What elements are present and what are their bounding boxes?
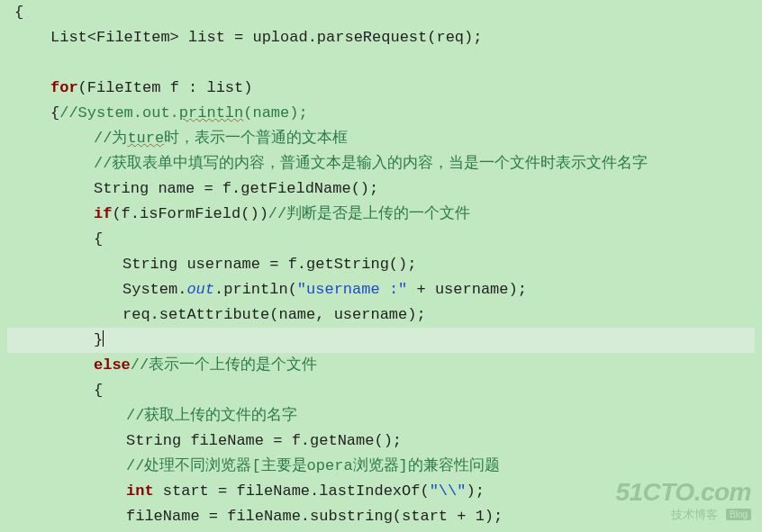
code-token: (FileItem f : list) [78, 79, 253, 96]
code-token: String name = f.getFieldName(); [94, 180, 378, 197]
code-line: } [7, 328, 755, 353]
code-token: { [94, 382, 103, 399]
code-token: //获取上传的文件的名字 [126, 407, 297, 424]
code-token: fileName = fileName.substring(start + 1)… [126, 508, 503, 525]
code-token: int [126, 482, 154, 500]
code-token: start = fileName.lastIndexOf( [154, 482, 430, 500]
code-line: String name = f.getFieldName(); [7, 176, 755, 202]
code-line: for(FileItem f : list) [7, 76, 755, 101]
code-block: {List<FileItem> list = upload.parseReque… [0, 0, 762, 529]
watermark-sub-line: 技术博客 Blog [615, 506, 751, 523]
watermark-sub: 技术博客 [671, 508, 718, 521]
code-line: { [7, 227, 755, 252]
code-line: { [7, 378, 755, 403]
code-token: } [94, 331, 103, 348]
code-line: //处理不同浏览器[主要是opera浏览器]的兼容性问题 [7, 454, 755, 479]
code-token: { [14, 4, 23, 21]
code-token: if [94, 205, 112, 222]
code-line: else//表示一个上传的是个文件 [7, 353, 755, 378]
code-token: (f.isFormField()) [112, 205, 268, 222]
code-line: if(f.isFormField())//判断是否是上传的一个文件 [7, 202, 755, 227]
code-line [7, 50, 755, 76]
code-line: //获取上传的文件的名字 [7, 403, 755, 428]
code-token: "username :" [297, 281, 407, 298]
code-token: String username = f.getString(); [122, 256, 416, 273]
watermark-tag: Blog [726, 509, 751, 520]
code-line: req.setAttribute(name, username); [7, 302, 755, 328]
code-token: else [94, 356, 131, 374]
code-line: { [7, 0, 755, 25]
code-token: //表示一个上传的是个文件 [131, 356, 317, 374]
code-token: { [50, 104, 59, 122]
code-line: String username = f.getString(); [7, 252, 755, 277]
watermark-domain: 51CTO.com [615, 479, 751, 507]
code-token: ); [466, 482, 484, 500]
code-token: //为 [94, 130, 127, 147]
code-token: 时，表示一个普通的文本框 [164, 130, 348, 147]
code-line: //获取表单中填写的内容，普通文本是输入的内容，当是一个文件时表示文件名字 [7, 151, 755, 176]
code-token: println [179, 104, 243, 122]
code-token: //获取表单中填写的内容，普通文本是输入的内容，当是一个文件时表示文件名字 [94, 155, 648, 172]
code-line: String fileName = f.getName(); [7, 428, 755, 454]
code-token: //处理不同浏览器[主要是opera浏览器]的兼容性问题 [126, 457, 500, 474]
code-token: req.setAttribute(name, username); [122, 306, 426, 323]
code-line: {//System.out.println(name); [7, 101, 755, 126]
watermark: 51CTO.com 技术博客 Blog [615, 479, 751, 523]
code-token: //System.out. [59, 104, 179, 122]
code-token: + username); [407, 281, 527, 298]
code-token: System. [122, 281, 186, 298]
code-token: for [50, 79, 78, 96]
code-token: { [94, 230, 103, 248]
code-line: //为ture时，表示一个普通的文本框 [7, 126, 755, 151]
code-token: ture [127, 130, 164, 147]
code-token: "\\" [430, 482, 467, 500]
code-line: List<FileItem> list = upload.parseReques… [7, 25, 755, 50]
code-token [103, 330, 104, 347]
code-token: //判断是否是上传的一个文件 [268, 205, 470, 222]
code-line: System.out.println("username :" + userna… [7, 277, 755, 302]
code-token: String fileName = f.getName(); [126, 432, 402, 449]
code-token: .println( [214, 281, 297, 298]
code-token: (name); [243, 104, 307, 122]
code-token: out [186, 281, 214, 298]
code-token: List<FileItem> list = upload.parseReques… [50, 29, 482, 46]
